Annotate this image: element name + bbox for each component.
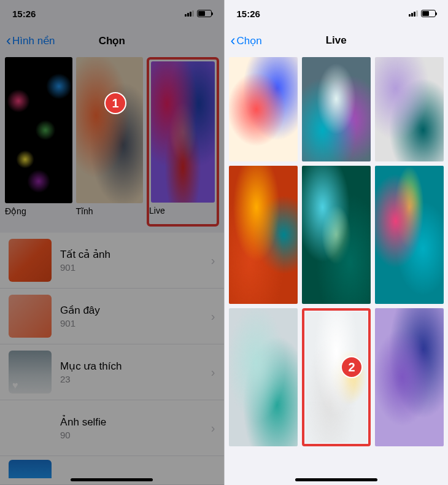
album-selfies[interactable]: Ảnh selfie 90 › [0,400,224,456]
wallpaper-item[interactable] [229,308,298,446]
album-count: 901 [60,318,203,328]
album-thumb [9,406,52,449]
page-title: Chọn [99,34,125,47]
album-favorites[interactable]: Mục ưa thích 23 › [0,344,224,400]
home-indicator[interactable] [71,478,153,481]
status-indicators [409,10,436,17]
category-dynamic[interactable]: Động [5,57,72,227]
chevron-left-icon: ‹ [231,32,236,49]
album-thumb [9,351,52,394]
category-thumb [151,61,215,203]
page-title: Live [326,34,347,47]
album-title: Ảnh selfie [60,416,203,429]
category-row: Động Tĩnh Live [0,57,224,227]
phone-screen-right: 15:26 ‹ Chọn Live [225,0,449,485]
status-bar: 15:26 [225,0,449,27]
annotation-badge-1: 1 [104,92,126,114]
status-indicators [185,10,212,17]
album-count: 23 [60,374,203,384]
annotation-badge-2: 2 [341,356,363,378]
phone-screen-left: 15:26 ‹ Hình nền Chọn Động Tĩnh Live [0,0,224,485]
album-info: Ảnh selfie 90 [60,416,203,440]
wallpaper-item[interactable] [302,166,371,304]
chevron-right-icon: › [211,309,215,324]
battery-icon [197,10,212,17]
category-thumb [5,57,72,203]
album-title: Tất cả ảnh [60,248,203,261]
wallpaper-item[interactable] [375,57,444,161]
chevron-left-icon: ‹ [6,32,11,49]
chevron-right-icon: › [211,421,215,435]
album-count: 901 [60,262,203,273]
album-title: Mục ưa thích [60,360,203,373]
status-time: 15:26 [12,9,36,19]
wallpaper-item[interactable] [375,166,444,304]
status-bar: 15:26 [0,0,224,27]
nav-bar: ‹ Chọn Live [225,27,449,54]
album-thumb [9,460,52,478]
signal-icon [185,10,194,17]
category-label: Động [5,206,72,216]
back-label: Chọn [237,34,262,47]
chevron-right-icon: › [211,365,215,379]
wallpaper-item[interactable] [375,308,444,446]
album-info: Mục ưa thích 23 [60,360,203,384]
chevron-right-icon: › [211,254,215,268]
status-time: 15:26 [237,9,260,19]
back-label: Hình nền [12,34,55,47]
battery-icon [421,10,436,17]
signal-icon [409,10,418,17]
home-indicator[interactable] [295,478,377,481]
album-info: Gần đây 901 [60,304,203,328]
album-all-photos[interactable]: Tất cả ảnh 901 › [0,233,224,289]
wallpaper-grid [225,57,449,446]
category-label: Live [149,206,217,215]
albums-list: Tất cả ảnh 901 › Gần đây 901 › Mục ưa th… [0,233,224,485]
back-button[interactable]: ‹ Chọn [231,32,262,49]
category-live[interactable]: Live [147,57,219,227]
album-count: 90 [60,430,203,440]
nav-bar: ‹ Hình nền Chọn [0,27,224,54]
wallpaper-item[interactable] [302,57,371,161]
category-label: Tĩnh [76,206,144,216]
album-thumb [9,239,52,282]
category-thumb [76,57,144,203]
album-recents[interactable]: Gần đây 901 › [0,289,224,344]
wallpaper-item-selected[interactable] [302,308,371,446]
wallpaper-item[interactable] [229,57,298,161]
wallpaper-thumb [306,312,367,443]
back-button[interactable]: ‹ Hình nền [6,32,55,49]
wallpaper-item[interactable] [229,166,298,304]
album-title: Gần đây [60,304,203,317]
album-thumb [9,295,52,338]
album-info: Tất cả ảnh 901 [60,248,203,273]
category-static[interactable]: Tĩnh [76,57,144,227]
